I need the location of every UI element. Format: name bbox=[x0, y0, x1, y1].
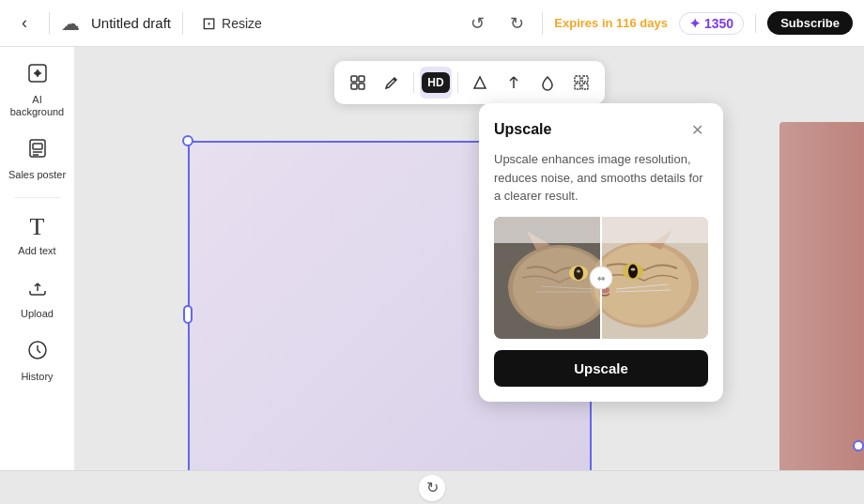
history-label: History bbox=[21, 371, 53, 383]
hd-label: HD bbox=[422, 72, 449, 93]
svg-rect-9 bbox=[351, 84, 357, 89]
toolbar-divider-1 bbox=[413, 72, 414, 93]
upscale-header: Upscale ✕ bbox=[494, 118, 708, 141]
history-icon bbox=[26, 339, 49, 367]
upscale-action-button[interactable]: Upscale bbox=[494, 350, 708, 387]
ai-background-icon bbox=[26, 62, 49, 90]
toolbar-edit-button[interactable] bbox=[376, 67, 408, 99]
handle-middle-left[interactable] bbox=[183, 305, 193, 324]
sidebar-item-history[interactable]: History bbox=[4, 331, 71, 390]
resize-button[interactable]: ⊡ Resize bbox=[202, 13, 262, 34]
expiry-text: Expires in 116 days bbox=[554, 16, 668, 30]
topbar-divider-3 bbox=[542, 12, 543, 35]
toolbar-select-button[interactable] bbox=[565, 67, 597, 99]
topbar-divider-4 bbox=[755, 14, 756, 33]
sales-poster-label: Sales poster bbox=[8, 169, 66, 181]
add-text-icon: T bbox=[30, 213, 45, 241]
sidebar-item-ai-background[interactable]: AI background bbox=[4, 54, 71, 126]
svg-point-27 bbox=[628, 264, 638, 278]
credits-display: ✦ 1350 bbox=[679, 12, 744, 35]
ai-background-label: AI background bbox=[8, 94, 68, 118]
svg-point-1 bbox=[36, 71, 39, 75]
topbar-divider-1 bbox=[49, 12, 50, 35]
toolbar-hd-button[interactable]: HD bbox=[420, 67, 452, 99]
upscale-popup: Upscale ✕ Upscale enhances image resolut… bbox=[479, 103, 723, 402]
document-title[interactable]: Untitled draft bbox=[91, 15, 171, 31]
toolbar-grid-button[interactable] bbox=[342, 67, 374, 99]
svg-point-28 bbox=[631, 267, 636, 270]
handle-top-left[interactable] bbox=[182, 135, 193, 146]
svg-rect-10 bbox=[359, 84, 364, 89]
bag-image-right bbox=[779, 122, 864, 470]
upload-label: Upload bbox=[21, 308, 54, 320]
toolbar-drop-button[interactable] bbox=[532, 67, 563, 99]
toolbar-upscale-button[interactable] bbox=[464, 67, 496, 99]
back-button[interactable]: ‹ bbox=[11, 10, 38, 37]
svg-text:⇔: ⇔ bbox=[597, 273, 605, 283]
svg-rect-11 bbox=[575, 76, 580, 82]
upscale-description: Upscale enhances image resolution, reduc… bbox=[494, 150, 708, 206]
sidebar-item-sales-poster[interactable]: Sales poster bbox=[4, 130, 71, 189]
svg-rect-12 bbox=[582, 76, 588, 82]
bottom-bar: ↻ bbox=[0, 470, 864, 504]
topbar-divider-2 bbox=[182, 12, 183, 35]
svg-rect-14 bbox=[582, 84, 588, 89]
cloud-icon: ☁ bbox=[61, 12, 80, 35]
topbar: ‹ ☁ Untitled draft ⊡ Resize ↺ ↻ Expires … bbox=[0, 0, 864, 47]
upscale-title: Upscale bbox=[494, 121, 551, 138]
credits-value: 1350 bbox=[704, 16, 733, 31]
sidebar: AI background Sales poster T Add text bbox=[0, 47, 75, 470]
upload-icon bbox=[26, 276, 49, 304]
resize-label: Resize bbox=[222, 16, 262, 31]
svg-rect-3 bbox=[33, 144, 42, 149]
sidebar-divider-1 bbox=[15, 197, 60, 198]
sales-poster-icon bbox=[26, 137, 49, 165]
undo-button[interactable]: ↺ bbox=[463, 9, 491, 38]
redo-button[interactable]: ↻ bbox=[502, 9, 531, 38]
canvas-area[interactable]: HD bbox=[75, 47, 864, 470]
sidebar-item-upload[interactable]: Upload bbox=[4, 268, 71, 328]
svg-rect-8 bbox=[359, 76, 364, 82]
svg-point-24 bbox=[574, 267, 583, 280]
upscale-preview: ⇔ bbox=[494, 217, 708, 339]
handle-bottom-right-canvas[interactable] bbox=[853, 440, 864, 451]
svg-rect-13 bbox=[575, 84, 580, 89]
main-content: AI background Sales poster T Add text bbox=[0, 47, 864, 470]
upscale-close-button[interactable]: ✕ bbox=[686, 118, 708, 141]
floating-toolbar: HD bbox=[334, 61, 605, 104]
cat-preview-image: ⇔ bbox=[494, 217, 708, 339]
toolbar-send-button[interactable] bbox=[498, 67, 530, 99]
add-text-label: Add text bbox=[18, 245, 55, 257]
sidebar-item-add-text[interactable]: T Add text bbox=[4, 206, 71, 265]
resize-icon: ⊡ bbox=[202, 13, 216, 34]
refresh-button[interactable]: ↻ bbox=[419, 475, 445, 501]
credits-icon: ✦ bbox=[689, 16, 701, 31]
svg-point-25 bbox=[577, 269, 580, 272]
subscribe-button[interactable]: Subscribe bbox=[767, 11, 853, 35]
toolbar-divider-2 bbox=[457, 72, 458, 93]
svg-rect-7 bbox=[351, 76, 357, 82]
